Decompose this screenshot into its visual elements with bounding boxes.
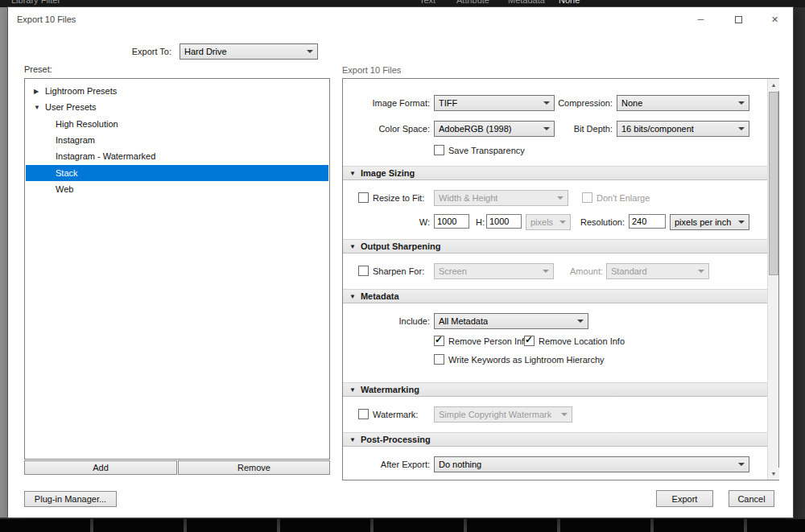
maximize-icon <box>735 16 742 23</box>
dialog-title: Export 10 Files <box>17 14 76 24</box>
remove-location-info-label[interactable]: Remove Location Info <box>539 336 625 347</box>
dont-enlarge-checkbox <box>582 192 592 203</box>
plugin-manager-button[interactable]: Plug-in Manager... <box>24 491 117 507</box>
resolution-label: Resolution: <box>575 217 625 228</box>
resolution-input[interactable] <box>629 214 666 229</box>
dropdown-arrow-icon <box>738 101 745 105</box>
settings-scroll-content: Image Format: TIFF Compression: None Col… <box>343 79 768 480</box>
sharpen-target-select: Screen <box>434 263 554 279</box>
library-filter-label: Library Filter <box>11 0 60 5</box>
cancel-button[interactable]: Cancel <box>729 490 774 507</box>
width-input[interactable] <box>434 214 469 229</box>
settings-panel: Image Format: TIFF Compression: None Col… <box>342 78 779 480</box>
add-preset-button[interactable]: Add <box>24 460 177 475</box>
close-icon: ✕ <box>771 14 778 25</box>
dropdown-arrow-icon <box>577 320 584 323</box>
export-to-select[interactable]: Hard Drive <box>180 43 318 60</box>
color-space-label: Color Space: <box>343 123 430 134</box>
sharpen-for-checkbox[interactable] <box>358 266 369 276</box>
filter-attribute-label: Attribute <box>456 0 489 5</box>
metadata-include-label: Include: <box>343 315 430 327</box>
image-format-label: Image Format: <box>343 97 430 109</box>
metadata-include-select[interactable]: All Metadata <box>434 313 588 329</box>
compression-label: Compression: <box>528 97 613 109</box>
export-to-label: Export To: <box>89 46 171 57</box>
resize-to-fit-checkbox[interactable] <box>358 192 369 203</box>
minimize-button[interactable]: ─ <box>683 7 719 31</box>
export-dialog: Export 10 Files ─ ✕ Export To: Hard Driv… <box>8 7 793 518</box>
section-arrow-icon[interactable]: ▼ <box>349 386 356 394</box>
save-transparency-label[interactable]: Save Transparency <box>448 146 525 156</box>
resize-to-fit-label[interactable]: Resize to Fit: <box>373 193 424 204</box>
background-app-bar: Library Filter Text Attribute Metadata N… <box>0 0 805 7</box>
close-button[interactable]: ✕ <box>757 7 793 31</box>
preset-item-high-resolution[interactable]: High Resolution <box>26 116 328 132</box>
section-header-watermarking[interactable]: ▼ Watermarking <box>343 382 768 397</box>
after-export-label: After Export: <box>343 459 430 470</box>
remove-location-info-checkbox[interactable]: ✓ <box>524 336 535 346</box>
collapsed-arrow-icon[interactable]: ▶ <box>34 88 43 95</box>
dropdown-arrow-icon <box>738 221 745 224</box>
compression-select[interactable]: None <box>617 95 749 111</box>
dropdown-arrow-icon <box>557 196 564 200</box>
dialog-titlebar[interactable]: Export 10 Files ─ ✕ <box>8 7 793 31</box>
section-arrow-icon[interactable]: ▼ <box>349 243 356 250</box>
sharpen-for-label[interactable]: Sharpen For: <box>373 266 424 277</box>
remove-person-info-label[interactable]: Remove Person Info <box>448 336 529 347</box>
save-transparency-checkbox[interactable] <box>434 145 444 155</box>
scroll-up-icon[interactable]: ▲ <box>768 79 779 91</box>
section-arrow-icon[interactable]: ▼ <box>349 436 356 443</box>
after-export-select[interactable]: Do nothing <box>434 456 749 472</box>
bit-depth-select[interactable]: 16 bits/component <box>617 121 749 137</box>
bit-depth-label: Bit Depth: <box>528 123 613 134</box>
write-keywords-label[interactable]: Write Keywords as Lightroom Hierarchy <box>448 355 605 365</box>
section-arrow-icon[interactable]: ▼ <box>349 293 356 300</box>
dropdown-arrow-icon <box>543 270 549 273</box>
preset-item-instagram-watermarked[interactable]: Instagram - Watermarked <box>26 148 328 164</box>
resolution-units-select[interactable]: pixels per inch <box>670 214 749 230</box>
watermark-label[interactable]: Watermark: <box>373 410 418 420</box>
filter-metadata-label: Metadata <box>508 0 545 5</box>
check-icon: ✓ <box>525 334 533 345</box>
settings-scrollbar[interactable]: ▲ ▼ <box>767 79 778 480</box>
section-header-output-sharpening[interactable]: ▼ Output Sharpening <box>343 239 768 254</box>
filter-text-label: Text <box>419 0 436 5</box>
preset-group-user-presets[interactable]: ▼ User Presets <box>26 99 328 115</box>
preset-group-lightroom-presets[interactable]: ▶ Lightroom Presets <box>26 83 328 99</box>
remove-preset-button[interactable]: Remove <box>178 460 330 475</box>
background-right-edge <box>793 7 805 518</box>
preset-item-instagram[interactable]: Instagram <box>26 132 328 148</box>
export-button[interactable]: Export <box>656 490 713 507</box>
width-label: W: <box>412 217 430 228</box>
lightroom-screen: Library Filter Text Attribute Metadata N… <box>0 0 805 532</box>
section-header-metadata[interactable]: ▼ Metadata <box>343 289 768 303</box>
watermark-checkbox[interactable] <box>358 409 369 419</box>
watermark-style-select: Simple Copyright Watermark <box>434 406 572 423</box>
dont-enlarge-label: Don't Enlarge <box>597 193 650 204</box>
scrollbar-thumb[interactable] <box>769 92 778 275</box>
dropdown-arrow-icon <box>738 127 745 130</box>
resize-mode-select: Width & Height <box>434 190 568 206</box>
preset-item-stack[interactable]: Stack <box>26 165 328 181</box>
preset-list[interactable]: ▶ Lightroom Presets ▼ User Presets High … <box>24 78 330 460</box>
check-icon: ✓ <box>435 334 443 345</box>
height-input[interactable] <box>486 214 522 229</box>
dropdown-arrow-icon <box>559 221 566 224</box>
write-keywords-checkbox[interactable] <box>434 354 444 365</box>
preset-label: Preset: <box>24 64 52 74</box>
remove-person-info-checkbox[interactable]: ✓ <box>434 336 444 346</box>
section-header-post-processing[interactable]: ▼ Post-Processing <box>343 432 768 447</box>
filmstrip <box>0 518 805 532</box>
section-header-image-sizing[interactable]: ▼ Image Sizing <box>343 166 768 180</box>
section-arrow-icon[interactable]: ▼ <box>349 170 356 177</box>
dropdown-arrow-icon <box>738 463 745 466</box>
preset-item-web[interactable]: Web <box>26 181 328 197</box>
sharpen-amount-label: Amount: <box>561 266 603 277</box>
expanded-arrow-icon[interactable]: ▼ <box>34 104 43 111</box>
settings-panel-header: Export 10 Files <box>342 65 401 75</box>
scroll-down-icon[interactable]: ▼ <box>768 468 779 480</box>
dropdown-arrow-icon <box>561 413 568 416</box>
size-units-select: pixels <box>526 214 571 230</box>
maximize-button[interactable] <box>720 7 757 31</box>
dropdown-arrow-icon <box>698 270 704 273</box>
